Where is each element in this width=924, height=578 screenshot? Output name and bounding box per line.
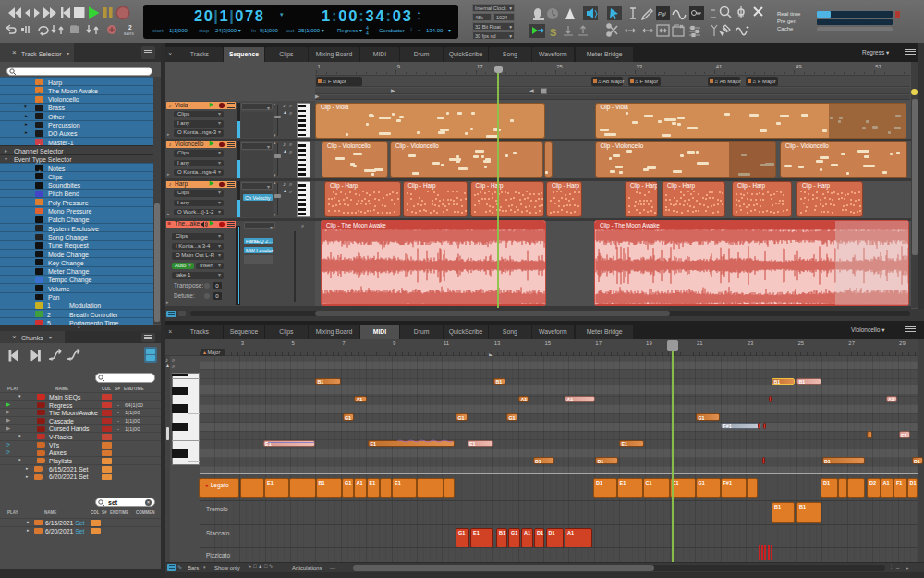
svg-text:S: S [550,27,556,38]
svg-text:BARS: BARS [124,31,134,36]
svg-text:2: 2 [128,24,132,31]
svg-text:Pgl: Pgl [658,11,666,17]
